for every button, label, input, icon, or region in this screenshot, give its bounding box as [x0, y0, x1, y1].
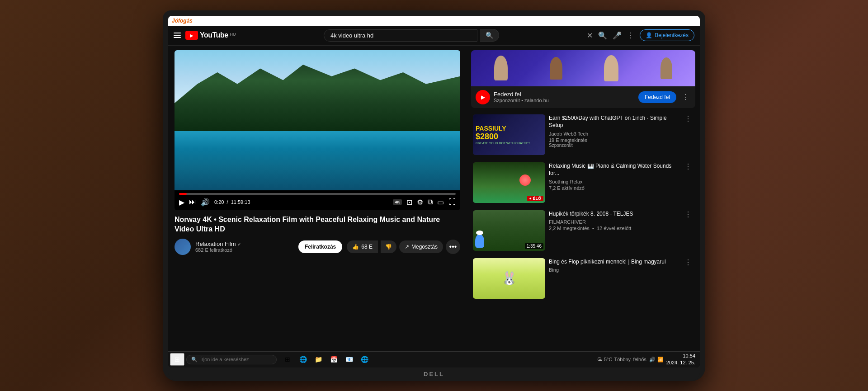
sidebar-video-4[interactable]: 🐰 Bing és Flop piknikezni mennek! | Bing…: [471, 256, 695, 301]
weather-icon: 🌤: [597, 357, 602, 362]
sidebar-thumb-2: ● ÉLŐ: [473, 162, 545, 203]
progress-fill: [179, 193, 187, 195]
sidebar-video-title-1: Earn $2500/Day with ChatGPT on 1inch - S…: [549, 114, 679, 130]
chatgpt-amount: $2800: [476, 132, 498, 141]
person-silhouette-4: [660, 57, 672, 79]
sidebar-video-title-4: Bing és Flop piknikezni mennek! | Bing m…: [549, 258, 679, 266]
systray-icons: 🔊 📶: [649, 357, 664, 363]
bing-character: 🐰: [501, 271, 517, 286]
share-label: Megosztás: [411, 244, 438, 250]
sidebar-channel-2: Soothing Relax: [549, 179, 679, 184]
sidebar-channel-3: FILMARCHIVER: [549, 219, 679, 225]
taskbar-app-chrome[interactable]: 🌐: [357, 353, 372, 366]
system-clock[interactable]: 10:54 2024. 12. 25.: [666, 353, 695, 367]
sidebar-info-1: Earn $2500/Day with ChatGPT on 1inch - S…: [549, 114, 679, 148]
settings-button[interactable]: ⚙: [417, 198, 423, 207]
video-meta-row: Relaxation Film ✓ 682 E feliratkozó Feli…: [175, 239, 460, 255]
action-buttons: 👍 68 E 👎 ↗ Megosztás •••: [347, 240, 460, 254]
more-actions-button[interactable]: •••: [446, 240, 460, 254]
video-info: Norway 4K • Scenic Relaxation Film with …: [175, 210, 460, 259]
share-icon: ↗: [405, 244, 409, 250]
signin-button[interactable]: 👤 Bejelentkezés: [640, 29, 694, 41]
progress-bar[interactable]: [179, 193, 456, 195]
play-button[interactable]: ▶: [179, 198, 184, 207]
search-icon[interactable]: 🔍: [598, 31, 607, 40]
dislike-button[interactable]: 👎: [381, 240, 396, 253]
channel-avatar[interactable]: [175, 239, 191, 255]
signin-label: Bejelentkezés: [655, 32, 689, 38]
thumbup-icon: 👍: [352, 244, 359, 250]
current-time: 0:20: [214, 199, 224, 205]
taskbar-app-mail[interactable]: 📧: [342, 353, 356, 366]
ad-follow-button[interactable]: Fedezd fel: [638, 91, 676, 103]
sidebar-video-3[interactable]: 1:35:46 Hupikék törpikék 8. 2008 - TELJE…: [471, 208, 695, 253]
taskbar-app-calendar[interactable]: 📅: [326, 353, 341, 366]
video-controls: ▶ ⏭ 🔊 0:20 / 11:59:13 4K: [175, 190, 460, 210]
next-button[interactable]: ⏭: [189, 198, 196, 206]
sidebar-video-title-2: Relaxing Music 🎹 Piano & Calming Water S…: [549, 162, 679, 178]
sidebar-more-3[interactable]: ⋮: [683, 210, 693, 219]
fullscreen-button[interactable]: ⛶: [448, 198, 456, 206]
jofogás-logo: Jófogás: [172, 18, 193, 24]
sidebar-video-1[interactable]: PASSIULY $2800 CREATE YOUR BOT WITH CHAT…: [471, 113, 695, 157]
video-player[interactable]: ▶ ⏭ 🔊 0:20 / 11:59:13 4K: [175, 50, 460, 210]
youtube-icon: ▶: [185, 31, 198, 40]
sidebar-more-1[interactable]: ⋮: [683, 114, 693, 123]
taskbar-search-input[interactable]: [200, 357, 272, 362]
video-section: ▶ ⏭ 🔊 0:20 / 11:59:13 4K: [168, 46, 467, 351]
ad-title: Fedezd fel: [494, 91, 635, 98]
hamburger-line-3: [174, 37, 181, 38]
jofogás-bar: Jófogás: [168, 16, 700, 26]
sidebar-more-2[interactable]: ⋮: [683, 162, 693, 171]
more-options-icon[interactable]: ⋮: [627, 31, 634, 40]
sidebar-channel-4: Bing: [549, 267, 679, 273]
ad-banner: [471, 50, 695, 86]
taskbar-app-edge[interactable]: 🌐: [296, 353, 310, 366]
taskbar-search-bar[interactable]: 🔍: [186, 355, 277, 364]
norway-water: [175, 131, 460, 190]
taskbar-search-icon: 🔍: [191, 357, 198, 363]
chatgpt-thumb-content: PASSIULY $2800 CREATE YOUR BOT WITH CHAT…: [473, 114, 545, 155]
laptop: Jófogás ▶ YouTube HU: [163, 10, 705, 381]
volume-button[interactable]: 🔊: [201, 198, 210, 207]
volume-icon: 📶: [657, 357, 664, 363]
theater-button[interactable]: ▭: [437, 198, 444, 207]
taskbar-right: 🌤 5°C Többny. felhős 🔊 📶 10:54 2024. 12.…: [597, 353, 698, 367]
subtitles-button[interactable]: ⊡: [406, 198, 412, 207]
chatgpt-subtext: CREATE YOUR BOT WITH CHATGPT: [476, 141, 530, 145]
main-content: ▶ ⏭ 🔊 0:20 / 11:59:13 4K: [168, 46, 700, 351]
sidebar-more-4[interactable]: ⋮: [683, 258, 693, 267]
ad-channel-icon: ▶: [476, 90, 490, 104]
sidebar-age-3: 12 évvel ezelőtt: [597, 226, 631, 231]
close-icon[interactable]: ✕: [587, 31, 593, 40]
weather-desc: Többny. felhős: [614, 357, 646, 362]
clock-date: 2024. 12. 25.: [666, 359, 695, 366]
ad-banner-content: [471, 50, 695, 86]
like-button[interactable]: 👍 68 E: [347, 240, 378, 253]
miniplayer-button[interactable]: ⧉: [428, 198, 433, 206]
hamburger-menu[interactable]: [174, 33, 181, 38]
chatgpt-dollar: PASSIULY: [476, 125, 506, 132]
relaxing-flower: [519, 174, 531, 186]
sidebar-meta-3: 2,2 M megtekintés • 12 évvel ezelőtt: [549, 226, 679, 231]
sponsored-badge-1: Szponzorált: [549, 143, 679, 148]
screen: Jófogás ▶ YouTube HU: [168, 16, 700, 367]
search-button[interactable]: 🔍: [480, 29, 499, 42]
microphone-icon[interactable]: 🎤: [613, 31, 622, 40]
quality-badge: 4K: [393, 199, 402, 205]
taskbar-app-files[interactable]: 📁: [311, 353, 326, 366]
share-button[interactable]: ↗ Megosztás: [399, 240, 443, 253]
search-input[interactable]: [324, 29, 477, 42]
youtube-logo[interactable]: ▶ YouTube HU: [185, 31, 236, 40]
sidebar-views-1: 19 E megtekintés: [549, 137, 587, 143]
ad-more-button[interactable]: ⋮: [680, 93, 691, 101]
sidebar-video-2[interactable]: ● ÉLŐ Relaxing Music 🎹 Piano & Calming W…: [471, 160, 695, 205]
sidebar-meta-2: 7,2 E aktív néző: [549, 185, 679, 191]
search-bar: 🔍: [241, 29, 583, 42]
start-button[interactable]: ⊞: [170, 353, 184, 366]
channel-name-text: Relaxation Film: [195, 240, 236, 247]
sidebar-meta-1: 19 E megtekintés: [549, 137, 679, 143]
taskbar-app-widgets[interactable]: ⊞: [280, 353, 295, 366]
subscribe-button[interactable]: Feliratkozás: [298, 240, 342, 253]
sidebar-thumb-3: 1:35:46: [473, 210, 545, 251]
